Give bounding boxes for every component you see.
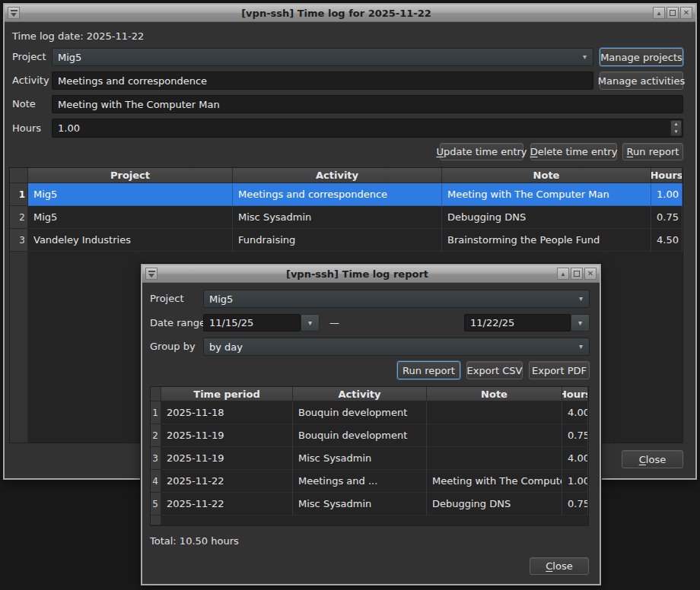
date-range-separator: — bbox=[329, 314, 339, 331]
export-csv-button[interactable]: Export CSV bbox=[466, 361, 523, 379]
date-from-input[interactable] bbox=[203, 314, 301, 331]
report-table-header: Time period Activity Note Hours bbox=[151, 387, 588, 401]
hours-spinbox: ▴ ▾ bbox=[52, 119, 683, 138]
date-range-label: Date range bbox=[150, 314, 205, 331]
main-titlebar[interactable]: [vpn-ssh] Time log for 2025-11-22 ▴ ✕ bbox=[5, 5, 695, 22]
window-menu-icon bbox=[148, 271, 155, 278]
close-icon: ✕ bbox=[683, 9, 689, 17]
spin-up-icon[interactable]: ▴ bbox=[671, 121, 681, 128]
shade-button[interactable]: ▴ bbox=[653, 7, 665, 19]
activity-input[interactable] bbox=[52, 71, 593, 90]
hours-input[interactable] bbox=[52, 119, 683, 138]
maximize-button[interactable] bbox=[667, 7, 679, 19]
project-combobox-value: Mig5 bbox=[58, 52, 81, 63]
dialog-run-report-button[interactable]: Run report bbox=[397, 361, 460, 379]
maximize-button[interactable] bbox=[571, 268, 583, 280]
window-menu-button[interactable] bbox=[8, 7, 20, 19]
window-menu-button[interactable] bbox=[145, 268, 158, 280]
date-from-dropdown-button[interactable]: ▾ bbox=[301, 314, 320, 331]
chevron-down-icon: ▾ bbox=[579, 343, 583, 351]
table-row[interactable]: 5 2025-11-22 Misc Sysadmin Debugging DNS… bbox=[151, 493, 588, 515]
manage-projects-button[interactable]: Manage projects bbox=[600, 48, 683, 66]
shade-button[interactable]: ▴ bbox=[557, 268, 569, 280]
delete-time-entry-button[interactable]: Delete time entry bbox=[530, 143, 617, 160]
shade-icon: ▴ bbox=[657, 10, 661, 17]
hours-label: Hours bbox=[12, 119, 41, 138]
table-row[interactable]: 3 Vandeley Industries Fundraising Brains… bbox=[10, 229, 682, 252]
table-row[interactable]: 2 Mig5 Misc Sysadmin Debugging DNS 0.75 bbox=[10, 206, 682, 229]
main-close-button[interactable]: Close bbox=[622, 450, 683, 468]
dialog-titlebar[interactable]: [vpn-ssh] Time log report ▴ ✕ bbox=[142, 265, 600, 283]
run-report-button[interactable]: Run report bbox=[622, 143, 683, 160]
report-project-value: Mig5 bbox=[209, 293, 233, 305]
chevron-down-icon: ▾ bbox=[308, 319, 312, 327]
chevron-down-icon: ▾ bbox=[583, 53, 587, 61]
hours-spin-buttons: ▴ ▾ bbox=[670, 120, 682, 136]
shade-icon: ▴ bbox=[562, 271, 565, 278]
group-by-label: Group by bbox=[150, 338, 196, 356]
report-project-combobox[interactable]: Mig5 ▾ bbox=[203, 290, 590, 308]
row-number-header bbox=[151, 387, 161, 401]
date-to-dropdown-button[interactable]: ▾ bbox=[571, 314, 590, 331]
project-label: Project bbox=[12, 48, 46, 66]
table-row[interactable]: 3 2025-11-19 Misc Sysadmin 4.00 bbox=[151, 447, 588, 470]
chevron-down-icon: ▾ bbox=[579, 295, 583, 303]
project-label: Project bbox=[150, 290, 183, 308]
dialog-title: [vpn-ssh] Time log report bbox=[158, 268, 556, 280]
table-row[interactable]: 4 2025-11-22 Meetings and ... Meeting wi… bbox=[151, 470, 588, 493]
close-icon: ✕ bbox=[587, 270, 593, 278]
table-row[interactable]: 1 2025-11-18 Bouquin development 4.00 bbox=[151, 401, 588, 424]
chevron-down-icon: ▾ bbox=[578, 319, 582, 327]
spin-down-icon[interactable]: ▾ bbox=[671, 128, 681, 136]
maximize-icon bbox=[670, 10, 676, 16]
window-close-button[interactable]: ✕ bbox=[584, 268, 597, 280]
report-table: Time period Activity Note Hours 1 2025-1… bbox=[150, 386, 589, 526]
note-label: Note bbox=[12, 95, 36, 113]
time-entries-table-header: Project Activity Note Hours bbox=[10, 168, 682, 183]
table-empty-area bbox=[151, 515, 588, 525]
window-close-button[interactable]: ✕ bbox=[680, 7, 692, 19]
time-log-date-label: Time log date: 2025-11-22 bbox=[12, 30, 144, 42]
table-row[interactable]: 2 2025-11-19 Bouquin development 0.75 bbox=[151, 424, 588, 447]
activity-label: Activity bbox=[12, 71, 49, 90]
manage-activities-button[interactable]: Manage activities bbox=[600, 71, 683, 90]
report-dialog: [vpn-ssh] Time log report ▴ ✕ Project Mi… bbox=[141, 264, 601, 585]
table-row[interactable]: 1 Mig5 Meetings and correspondence Meeti… bbox=[10, 183, 682, 206]
group-by-combobox[interactable]: by day ▾ bbox=[203, 338, 590, 356]
update-time-entry-button[interactable]: Update time entry bbox=[440, 143, 523, 160]
main-window-title: [vpn-ssh] Time log for 2025-11-22 bbox=[21, 8, 652, 19]
dialog-close-button[interactable]: Close bbox=[530, 557, 589, 575]
maximize-icon bbox=[574, 271, 580, 277]
window-menu-icon bbox=[11, 10, 18, 17]
export-pdf-button[interactable]: Export PDF bbox=[529, 361, 590, 379]
group-by-value: by day bbox=[209, 341, 243, 353]
total-hours-label: Total: 10.50 hours bbox=[150, 535, 239, 547]
note-input[interactable] bbox=[52, 95, 683, 113]
row-number-header bbox=[10, 168, 28, 183]
project-combobox[interactable]: Mig5 ▾ bbox=[52, 48, 593, 66]
date-to-input[interactable] bbox=[464, 314, 571, 331]
